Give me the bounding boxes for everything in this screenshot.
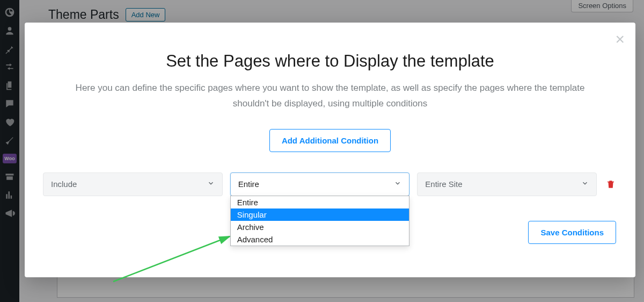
chevron-down-icon xyxy=(394,179,401,189)
option-entire[interactable]: Entire xyxy=(231,196,409,208)
condition-row: Include Entire Entire Singular Archive A… xyxy=(41,172,619,196)
option-advanced[interactable]: Advanced xyxy=(231,233,409,246)
option-singular[interactable]: Singular xyxy=(231,208,409,221)
condition-scope-value: Entire Site xyxy=(425,179,462,189)
close-icon[interactable]: × xyxy=(615,31,625,47)
condition-mode-select[interactable]: Include xyxy=(43,172,223,196)
modal-description: Here you can define the specific pages w… xyxy=(62,81,598,112)
condition-mode-value: Include xyxy=(51,179,77,189)
condition-scope-select[interactable]: Entire Site xyxy=(417,172,597,196)
add-condition-button[interactable]: Add Additional Condition xyxy=(269,129,391,152)
condition-type-value: Entire xyxy=(238,179,259,189)
condition-type-dropdown: Entire Singular Archive Advanced xyxy=(230,196,410,246)
chevron-down-icon xyxy=(581,179,589,189)
modal-title: Set the Pages where to Display the templ… xyxy=(41,52,619,71)
delete-condition-button[interactable] xyxy=(604,179,617,190)
display-conditions-modal: × Set the Pages where to Display the tem… xyxy=(25,23,635,277)
save-conditions-button[interactable]: Save Conditions xyxy=(528,221,616,244)
option-archive[interactable]: Archive xyxy=(231,221,409,233)
condition-type-select[interactable]: Entire Entire Singular Archive Advanced xyxy=(230,172,410,196)
chevron-down-icon xyxy=(207,179,215,189)
